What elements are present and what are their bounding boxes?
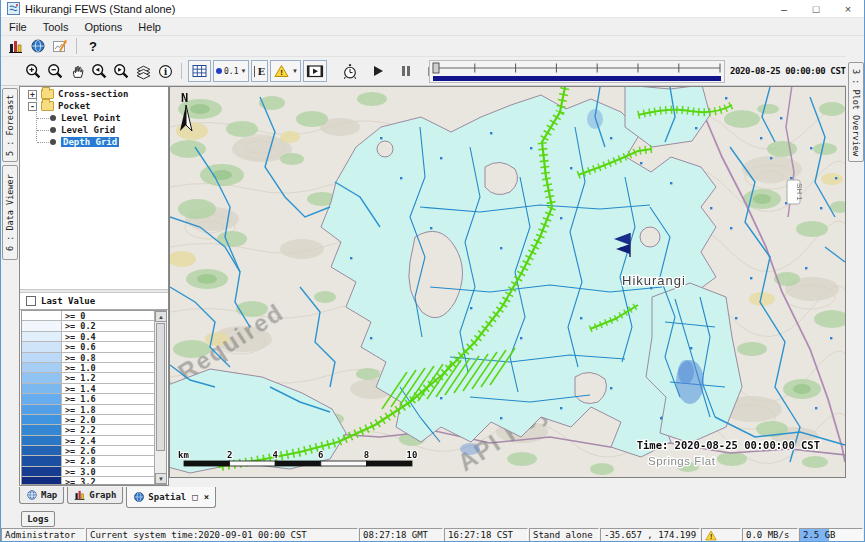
status-local-time: 16:27:18 CST bbox=[444, 528, 528, 542]
legend-row[interactable]: >= 0.2 bbox=[22, 321, 166, 331]
svg-text:10: 10 bbox=[407, 450, 418, 460]
tab-maximize-icon[interactable]: □ bbox=[192, 492, 197, 502]
legend-row[interactable]: >= 2.4 bbox=[22, 436, 166, 446]
tree-item-label-selected: Depth Grid bbox=[61, 137, 119, 147]
warning-dropdown[interactable]: ! ▼ bbox=[270, 60, 301, 82]
legend-row[interactable]: >= 0 bbox=[22, 311, 166, 321]
tree-connector bbox=[37, 118, 49, 119]
folder-icon bbox=[41, 101, 54, 111]
zoom-previous-icon bbox=[91, 63, 108, 80]
warning-triangle-icon: ! bbox=[273, 63, 290, 79]
status-gmt-time: 08:27:18 GMT bbox=[359, 528, 443, 542]
legend-row-label: >= 2.4 bbox=[62, 436, 166, 445]
legend-toggle-button[interactable]: E bbox=[251, 60, 268, 82]
filter-panel: + Cross-section - Pocket Level Point Lev… bbox=[19, 86, 169, 486]
tab-map[interactable]: Map bbox=[19, 487, 64, 504]
legend-row[interactable]: >= 1.4 bbox=[22, 384, 166, 394]
legend-row[interactable]: >= 1.2 bbox=[22, 373, 166, 383]
legend-list: >= 0>= 0.2>= 0.4>= 0.6>= 0.8>= 1.0>= 1.2… bbox=[21, 310, 167, 485]
timeseries-display-button[interactable] bbox=[50, 37, 70, 55]
sidebar-tab-plot-overview[interactable]: 3 : Plot Overview bbox=[848, 62, 864, 162]
info-button[interactable]: i bbox=[155, 62, 175, 80]
menu-file[interactable]: File bbox=[1, 21, 35, 33]
legend-row-label: >= 1.8 bbox=[62, 405, 166, 414]
tree-item-level-point[interactable]: Level Point bbox=[50, 112, 121, 124]
map-display-button[interactable] bbox=[28, 37, 48, 55]
last-value-checkbox[interactable] bbox=[26, 296, 36, 306]
maximize-button[interactable]: □ bbox=[800, 0, 832, 17]
legend-row-label: >= 0.8 bbox=[62, 353, 166, 362]
legend-color-swatch bbox=[22, 456, 62, 465]
sidebar-tab-data-viewer[interactable]: 6 : Data Viewer bbox=[2, 165, 18, 260]
sidebar-tab-forecast[interactable]: 5 : Forecast bbox=[2, 88, 18, 162]
legend-row[interactable]: >= 0.4 bbox=[22, 332, 166, 342]
collapse-icon[interactable]: - bbox=[28, 102, 37, 111]
scroll-up-button[interactable]: ▲ bbox=[155, 311, 167, 322]
logs-button[interactable]: Logs bbox=[21, 511, 55, 527]
legend-scrollbar[interactable]: ▲ ▼ bbox=[154, 311, 166, 484]
expand-icon[interactable]: + bbox=[28, 90, 37, 99]
sidebar-tab-data-viewer-label: 6 : Data Viewer bbox=[5, 174, 15, 251]
chart-arrow-icon bbox=[52, 38, 69, 54]
interval-value: 0.1 bbox=[224, 67, 238, 76]
status-warning-cell[interactable]: ! bbox=[701, 528, 741, 542]
legend-row[interactable]: >= 1.6 bbox=[22, 394, 166, 404]
tab-close-icon[interactable]: × bbox=[204, 492, 209, 502]
legend-row[interactable]: >= 2.8 bbox=[22, 456, 166, 466]
pan-button[interactable] bbox=[67, 62, 87, 80]
tab-graph-label: Graph bbox=[89, 490, 116, 500]
scroll-down-button[interactable]: ▼ bbox=[155, 473, 167, 484]
svg-text:!: ! bbox=[280, 68, 283, 77]
legend-header: Last Value bbox=[20, 293, 168, 310]
legend-color-swatch bbox=[22, 363, 62, 372]
zoom-next-button[interactable] bbox=[111, 62, 131, 80]
svg-text:6: 6 bbox=[318, 450, 323, 460]
help-button[interactable]: ? bbox=[83, 37, 103, 55]
legend-row[interactable]: >= 3.0 bbox=[22, 467, 166, 477]
contour-interval-dropdown[interactable]: 0.1 ▼ bbox=[213, 60, 249, 82]
pause-icon bbox=[402, 66, 410, 76]
close-button[interactable]: × bbox=[832, 0, 864, 17]
menu-help[interactable]: Help bbox=[130, 21, 169, 33]
play-button[interactable] bbox=[369, 62, 389, 80]
animation-timer-button[interactable] bbox=[340, 62, 360, 80]
database-display-button[interactable] bbox=[6, 37, 26, 55]
legend-row[interactable]: >= 0.6 bbox=[22, 342, 166, 352]
legend-row[interactable]: >= 1.8 bbox=[22, 405, 166, 415]
grid-display-button[interactable] bbox=[188, 60, 211, 82]
tree-item-level-grid[interactable]: Level Grid bbox=[50, 124, 115, 136]
legend-row[interactable]: >= 2.2 bbox=[22, 425, 166, 435]
place-label-hikurangi: Hikurangi bbox=[622, 273, 686, 288]
movie-panel-icon bbox=[306, 63, 324, 79]
legend-row[interactable]: >= 2.6 bbox=[22, 446, 166, 456]
pause-button[interactable] bbox=[396, 62, 416, 80]
tree-item-label: Pocket bbox=[58, 101, 91, 111]
spatial-map[interactable]: API Key Required API Key Required bbox=[169, 86, 846, 478]
legend-row-label: >= 2.0 bbox=[62, 415, 166, 424]
zoom-out-button[interactable] bbox=[45, 62, 65, 80]
legend-color-swatch bbox=[22, 394, 62, 403]
time-slider[interactable] bbox=[429, 60, 725, 83]
legend-color-swatch bbox=[22, 311, 62, 320]
map-time-label: Time: 2020-08-25 00:00:00 CST bbox=[637, 439, 820, 451]
zoom-in-button[interactable] bbox=[23, 62, 43, 80]
legend-color-swatch bbox=[22, 446, 62, 455]
tab-graph[interactable]: Graph bbox=[67, 487, 123, 504]
legend-color-swatch bbox=[22, 321, 62, 330]
animation-panel-button[interactable] bbox=[303, 60, 327, 82]
menu-options[interactable]: Options bbox=[76, 21, 130, 33]
layers-button[interactable] bbox=[133, 62, 153, 80]
scrollbar-thumb[interactable] bbox=[156, 323, 165, 451]
zoom-previous-button[interactable] bbox=[89, 62, 109, 80]
menu-tools[interactable]: Tools bbox=[35, 21, 77, 33]
legend-row[interactable]: >= 1.0 bbox=[22, 363, 166, 373]
legend-row[interactable]: >= 0.8 bbox=[22, 353, 166, 363]
tab-spatial[interactable]: Spatial □ × bbox=[126, 487, 216, 508]
legend-row[interactable]: >= 3.2 bbox=[22, 477, 166, 485]
legend-row[interactable]: >= 2.0 bbox=[22, 415, 166, 425]
layers-icon bbox=[135, 63, 152, 80]
tree-item-depth-grid[interactable]: Depth Grid bbox=[50, 136, 119, 148]
minimize-button[interactable]: – bbox=[768, 0, 800, 17]
tree-item-pocket[interactable]: - Pocket bbox=[28, 100, 91, 112]
status-memory: 2.5 GB bbox=[799, 528, 863, 542]
